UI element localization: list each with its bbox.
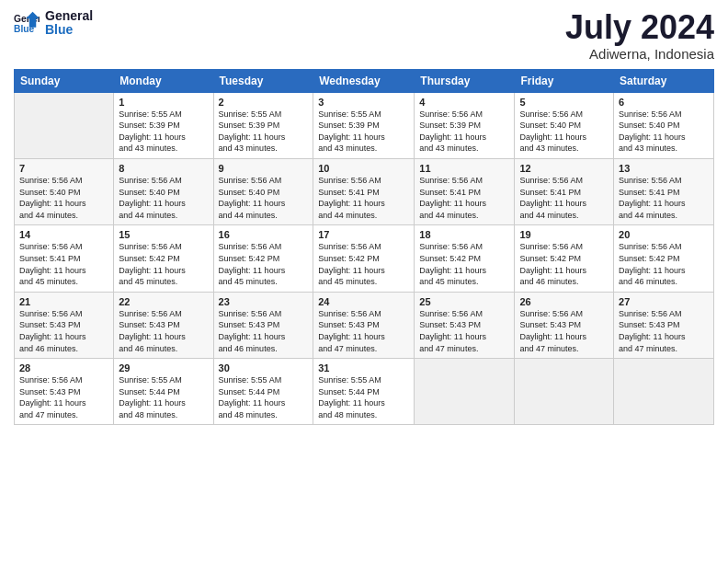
day-info: Sunrise: 5:56 AMSunset: 5:43 PMDaylight:… [19, 374, 108, 420]
day-number: 24 [318, 296, 409, 307]
day-number: 23 [219, 296, 309, 307]
day-info: Sunrise: 5:56 AMSunset: 5:40 PMDaylight:… [219, 175, 309, 221]
weekday-header-saturday: Saturday [614, 69, 714, 92]
day-info: Sunrise: 5:55 AMSunset: 5:39 PMDaylight:… [219, 109, 309, 155]
day-info: Sunrise: 5:56 AMSunset: 5:40 PMDaylight:… [19, 175, 108, 221]
day-number: 16 [219, 229, 309, 240]
day-info: Sunrise: 5:55 AMSunset: 5:39 PMDaylight:… [318, 109, 409, 155]
logo: General Blue General Blue [14, 9, 93, 38]
calendar-cell: 23Sunrise: 5:56 AMSunset: 5:43 PMDayligh… [213, 292, 313, 358]
weekday-header-friday: Friday [515, 69, 614, 92]
calendar-cell: 13Sunrise: 5:56 AMSunset: 5:41 PMDayligh… [614, 158, 714, 224]
calendar-cell: 12Sunrise: 5:56 AMSunset: 5:41 PMDayligh… [515, 158, 614, 224]
week-row-3: 14Sunrise: 5:56 AMSunset: 5:41 PMDayligh… [15, 225, 714, 292]
calendar-cell [515, 359, 614, 425]
calendar-table: SundayMondayTuesdayWednesdayThursdayFrid… [14, 69, 714, 426]
calendar-cell: 7Sunrise: 5:56 AMSunset: 5:40 PMDaylight… [15, 158, 114, 224]
calendar-cell: 6Sunrise: 5:56 AMSunset: 5:40 PMDaylight… [614, 92, 714, 158]
day-number: 11 [419, 163, 509, 174]
day-info: Sunrise: 5:56 AMSunset: 5:40 PMDaylight:… [519, 109, 609, 155]
calendar-cell: 3Sunrise: 5:55 AMSunset: 5:39 PMDaylight… [313, 92, 415, 158]
logo-icon: General Blue [14, 10, 40, 36]
week-row-2: 7Sunrise: 5:56 AMSunset: 5:40 PMDaylight… [15, 158, 714, 224]
day-info: Sunrise: 5:56 AMSunset: 5:41 PMDaylight:… [19, 241, 108, 287]
calendar-cell: 24Sunrise: 5:56 AMSunset: 5:43 PMDayligh… [313, 292, 415, 358]
day-info: Sunrise: 5:56 AMSunset: 5:42 PMDaylight:… [318, 241, 409, 287]
day-number: 6 [619, 97, 709, 108]
calendar-cell: 30Sunrise: 5:55 AMSunset: 5:44 PMDayligh… [213, 359, 313, 425]
day-number: 10 [318, 163, 409, 174]
location: Adiwerna, Indonesia [565, 46, 714, 62]
day-number: 12 [519, 163, 609, 174]
day-number: 17 [318, 229, 409, 240]
calendar-cell [614, 359, 714, 425]
calendar-cell: 9Sunrise: 5:56 AMSunset: 5:40 PMDaylight… [213, 158, 313, 224]
header: General Blue General Blue July 2024 Adiw… [14, 9, 714, 62]
calendar-cell: 10Sunrise: 5:56 AMSunset: 5:41 PMDayligh… [313, 158, 415, 224]
day-number: 15 [119, 229, 208, 240]
calendar-cell: 15Sunrise: 5:56 AMSunset: 5:42 PMDayligh… [114, 225, 213, 292]
day-number: 14 [19, 229, 108, 240]
calendar-cell: 1Sunrise: 5:55 AMSunset: 5:39 PMDaylight… [114, 92, 213, 158]
day-info: Sunrise: 5:56 AMSunset: 5:43 PMDaylight:… [119, 308, 208, 354]
calendar-cell: 31Sunrise: 5:55 AMSunset: 5:44 PMDayligh… [313, 359, 415, 425]
calendar-cell: 19Sunrise: 5:56 AMSunset: 5:42 PMDayligh… [515, 225, 614, 292]
calendar-cell: 14Sunrise: 5:56 AMSunset: 5:41 PMDayligh… [15, 225, 114, 292]
day-info: Sunrise: 5:55 AMSunset: 5:44 PMDaylight:… [219, 374, 309, 420]
day-info: Sunrise: 5:56 AMSunset: 5:43 PMDaylight:… [419, 308, 509, 354]
day-number: 4 [419, 97, 509, 108]
weekday-header-sunday: Sunday [15, 69, 114, 92]
day-number: 21 [19, 296, 108, 307]
day-number: 2 [219, 97, 309, 108]
day-number: 3 [318, 97, 409, 108]
day-info: Sunrise: 5:55 AMSunset: 5:44 PMDaylight:… [119, 374, 208, 420]
month-title: July 2024 [565, 9, 714, 46]
calendar-cell: 20Sunrise: 5:56 AMSunset: 5:42 PMDayligh… [614, 225, 714, 292]
day-number: 26 [519, 296, 609, 307]
calendar-cell: 5Sunrise: 5:56 AMSunset: 5:40 PMDaylight… [515, 92, 614, 158]
day-number: 30 [219, 362, 309, 373]
calendar-cell: 27Sunrise: 5:56 AMSunset: 5:43 PMDayligh… [614, 292, 714, 358]
calendar-cell: 22Sunrise: 5:56 AMSunset: 5:43 PMDayligh… [114, 292, 213, 358]
weekday-header-tuesday: Tuesday [213, 69, 313, 92]
day-info: Sunrise: 5:56 AMSunset: 5:41 PMDaylight:… [619, 175, 709, 221]
calendar-cell: 25Sunrise: 5:56 AMSunset: 5:43 PMDayligh… [415, 292, 515, 358]
calendar-cell: 17Sunrise: 5:56 AMSunset: 5:42 PMDayligh… [313, 225, 415, 292]
calendar-cell: 26Sunrise: 5:56 AMSunset: 5:43 PMDayligh… [515, 292, 614, 358]
weekday-header-monday: Monday [114, 69, 213, 92]
day-info: Sunrise: 5:56 AMSunset: 5:42 PMDaylight:… [119, 241, 208, 287]
day-info: Sunrise: 5:56 AMSunset: 5:43 PMDaylight:… [519, 308, 609, 354]
calendar-cell [415, 359, 515, 425]
logo-text-blue: Blue [45, 23, 93, 37]
calendar-cell: 29Sunrise: 5:55 AMSunset: 5:44 PMDayligh… [114, 359, 213, 425]
calendar-cell: 4Sunrise: 5:56 AMSunset: 5:39 PMDaylight… [415, 92, 515, 158]
day-number: 29 [119, 362, 208, 373]
calendar-cell: 2Sunrise: 5:55 AMSunset: 5:39 PMDaylight… [213, 92, 313, 158]
day-number: 31 [318, 362, 409, 373]
calendar-cell: 16Sunrise: 5:56 AMSunset: 5:42 PMDayligh… [213, 225, 313, 292]
calendar-cell: 8Sunrise: 5:56 AMSunset: 5:40 PMDaylight… [114, 158, 213, 224]
day-number: 9 [219, 163, 309, 174]
day-number: 22 [119, 296, 208, 307]
calendar-cell: 21Sunrise: 5:56 AMSunset: 5:43 PMDayligh… [15, 292, 114, 358]
day-info: Sunrise: 5:56 AMSunset: 5:42 PMDaylight:… [219, 241, 309, 287]
day-number: 7 [19, 163, 108, 174]
day-info: Sunrise: 5:56 AMSunset: 5:41 PMDaylight:… [419, 175, 509, 221]
day-info: Sunrise: 5:56 AMSunset: 5:40 PMDaylight:… [119, 175, 208, 221]
day-number: 27 [619, 296, 709, 307]
day-number: 28 [19, 362, 108, 373]
day-number: 20 [619, 229, 709, 240]
day-info: Sunrise: 5:56 AMSunset: 5:43 PMDaylight:… [619, 308, 709, 354]
day-number: 18 [419, 229, 509, 240]
day-info: Sunrise: 5:56 AMSunset: 5:43 PMDaylight:… [19, 308, 108, 354]
week-row-1: 1Sunrise: 5:55 AMSunset: 5:39 PMDaylight… [15, 92, 714, 158]
day-number: 1 [119, 97, 208, 108]
calendar-cell: 11Sunrise: 5:56 AMSunset: 5:41 PMDayligh… [415, 158, 515, 224]
day-info: Sunrise: 5:56 AMSunset: 5:39 PMDaylight:… [419, 109, 509, 155]
weekday-header-wednesday: Wednesday [313, 69, 415, 92]
day-info: Sunrise: 5:56 AMSunset: 5:42 PMDaylight:… [619, 241, 709, 287]
week-row-4: 21Sunrise: 5:56 AMSunset: 5:43 PMDayligh… [15, 292, 714, 358]
calendar-cell: 18Sunrise: 5:56 AMSunset: 5:42 PMDayligh… [415, 225, 515, 292]
day-info: Sunrise: 5:56 AMSunset: 5:40 PMDaylight:… [619, 109, 709, 155]
calendar-cell [15, 92, 114, 158]
